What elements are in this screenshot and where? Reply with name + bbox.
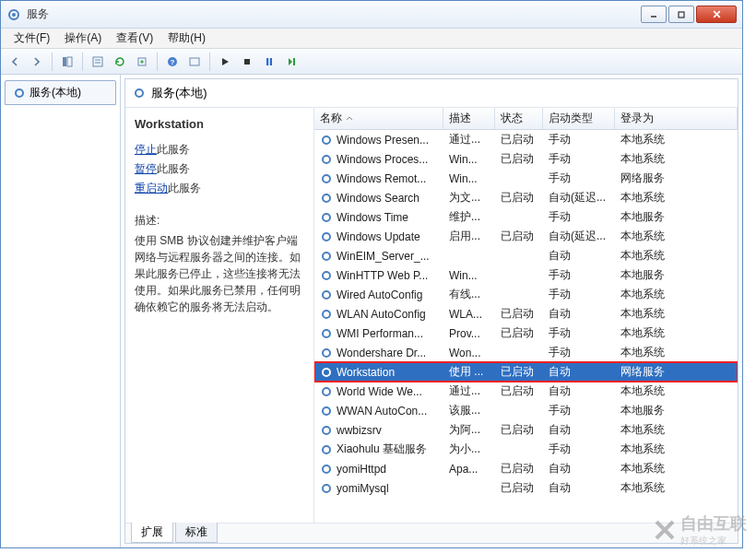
service-desc: Win...: [443, 153, 495, 166]
svg-text:?: ?: [171, 58, 175, 66]
tree-node-services-local[interactable]: 服务(本地): [5, 80, 116, 105]
service-status: 已启动: [495, 229, 543, 244]
close-button[interactable]: [696, 6, 737, 23]
start-service-button[interactable]: [215, 52, 235, 72]
service-row[interactable]: Windows Presen...通过...已启动手动本地系统: [314, 130, 738, 149]
service-logon: 本地系统: [615, 441, 738, 457]
service-row[interactable]: World Wide We...通过...已启动自动本地系统: [314, 382, 738, 401]
action-button[interactable]: [184, 52, 205, 72]
pause-link[interactable]: 暂停: [135, 162, 157, 175]
content-title: 服务(本地): [151, 85, 207, 101]
window-title: 服务: [27, 6, 641, 22]
tab-extended[interactable]: 扩展: [131, 523, 173, 543]
service-row[interactable]: Windows Time维护...手动本地服务: [314, 207, 738, 227]
body: 服务(本地) 服务(本地) Workstation 停止此服务 暂停此服务 重启…: [1, 75, 742, 547]
content-header: 服务(本地): [125, 79, 738, 108]
service-name: Xiaohulu 基础服务: [337, 441, 427, 457]
column-logon[interactable]: 登录为: [615, 108, 738, 129]
service-row[interactable]: Wired AutoConfig有线...手动本地系统: [314, 285, 738, 304]
tab-standard[interactable]: 标准: [175, 523, 218, 543]
service-row[interactable]: Xiaohulu 基础服务为小...手动本地系统: [314, 440, 738, 459]
show-hide-tree-button[interactable]: [57, 52, 77, 72]
help-button[interactable]: ?: [162, 52, 183, 72]
service-name: WMI Performan...: [337, 327, 423, 340]
service-row[interactable]: WLAN AutoConfigWLA...已启动自动本地系统: [314, 304, 738, 324]
service-logon: 本地系统: [615, 287, 738, 302]
service-row[interactable]: yomiMysql已启动自动本地系统: [314, 478, 738, 498]
service-startup: 自动: [543, 248, 615, 264]
service-logon: 本地系统: [615, 306, 738, 322]
service-startup: 手动: [543, 132, 615, 147]
service-row[interactable]: wwbizsrv为阿...已启动自动本地系统: [314, 420, 738, 440]
service-row[interactable]: WinHTTP Web P...Win...手动本地服务: [314, 265, 738, 285]
gear-icon: [320, 192, 333, 205]
service-desc: 通过...: [443, 383, 495, 399]
service-desc: 有线...: [443, 287, 495, 302]
svg-rect-6: [63, 57, 66, 66]
service-row[interactable]: Windows Proces...Win...已启动手动本地系统: [314, 149, 738, 169]
service-name: Wondershare Dr...: [337, 347, 426, 359]
service-startup: 手动: [543, 403, 615, 418]
service-desc: 为阿...: [443, 422, 495, 438]
service-desc: Apa...: [443, 463, 495, 476]
menu-view[interactable]: 查看(V): [109, 29, 160, 48]
list-pane: 名称 描述 状态 启动类型 登录为 Windows Presen...通过...…: [314, 108, 738, 523]
service-row[interactable]: WinEIM_Server_...自动本地系统: [314, 246, 738, 265]
export-button[interactable]: [132, 52, 152, 72]
service-startup: 手动: [543, 441, 615, 457]
restart-link[interactable]: 重启动: [135, 182, 168, 194]
service-row[interactable]: Windows Remot...Win...手动网络服务: [314, 169, 738, 188]
menu-file[interactable]: 文件(F): [6, 29, 57, 48]
service-name: Windows Time: [337, 211, 408, 224]
pause-service-button[interactable]: [259, 52, 279, 72]
column-description[interactable]: 描述: [443, 108, 495, 129]
menu-help[interactable]: 帮助(H): [160, 29, 213, 48]
stop-link[interactable]: 停止: [135, 143, 157, 156]
service-logon: 本地系统: [615, 461, 738, 477]
column-name[interactable]: 名称: [314, 108, 443, 129]
back-button[interactable]: [5, 52, 25, 72]
svg-point-24: [323, 194, 330, 202]
svg-point-34: [323, 388, 330, 395]
service-row[interactable]: Windows Search为文...已启动自动(延迟...本地系统: [314, 188, 738, 207]
svg-point-36: [323, 427, 330, 434]
minimize-button[interactable]: [641, 6, 667, 23]
service-list[interactable]: Windows Presen...通过...已启动手动本地系统Windows P…: [314, 130, 738, 523]
service-desc: Prov...: [443, 327, 495, 340]
link-suffix: 此服务: [157, 162, 190, 175]
refresh-button[interactable]: [110, 52, 130, 72]
service-name: Windows Update: [337, 230, 420, 243]
gear-icon: [320, 269, 333, 282]
service-row[interactable]: Windows Update启用...已启动自动(延迟...本地系统: [314, 227, 738, 246]
gear-icon: [133, 87, 146, 100]
titlebar: 服务: [1, 1, 742, 29]
svg-point-19: [16, 89, 23, 97]
toolbar: ?: [1, 49, 742, 75]
service-row[interactable]: WMI Performan...Prov...已启动手动本地系统: [314, 324, 738, 343]
service-row[interactable]: WWAN AutoCon...该服...手动本地服务: [314, 401, 738, 420]
column-status[interactable]: 状态: [495, 108, 543, 129]
stop-service-button[interactable]: [237, 52, 257, 72]
svg-point-30: [323, 311, 330, 318]
service-desc: 该服...: [443, 403, 495, 418]
column-headers: 名称 描述 状态 启动类型 登录为: [314, 108, 738, 130]
gear-icon: [320, 250, 333, 263]
svg-point-33: [323, 369, 330, 376]
service-row[interactable]: yomiHttpdApa...已启动自动本地系统: [314, 459, 738, 478]
service-desc: 使用 ...: [443, 364, 495, 380]
menu-action[interactable]: 操作(A): [57, 29, 109, 48]
properties-button[interactable]: [88, 52, 108, 72]
maximize-button[interactable]: [668, 6, 694, 23]
description-text: 使用 SMB 协议创建并维护客户端网络与远程服务器之间的连接。如果此服务已停止，…: [135, 232, 304, 315]
service-desc: WLA...: [443, 308, 495, 321]
column-startup[interactable]: 启动类型: [543, 108, 615, 129]
service-name: WWAN AutoCon...: [337, 405, 427, 418]
forward-button[interactable]: [27, 52, 47, 72]
service-row[interactable]: Wondershare Dr...Won...手动本地系统: [314, 343, 738, 362]
content-panel: 服务(本地) Workstation 停止此服务 暂停此服务 重启动此服务 描述…: [124, 78, 738, 544]
gear-icon: [320, 327, 333, 340]
gear-icon: [320, 405, 333, 418]
restart-service-button[interactable]: [281, 52, 301, 72]
service-row[interactable]: Workstation使用 ...已启动自动网络服务: [314, 362, 738, 382]
separator: [82, 53, 83, 71]
